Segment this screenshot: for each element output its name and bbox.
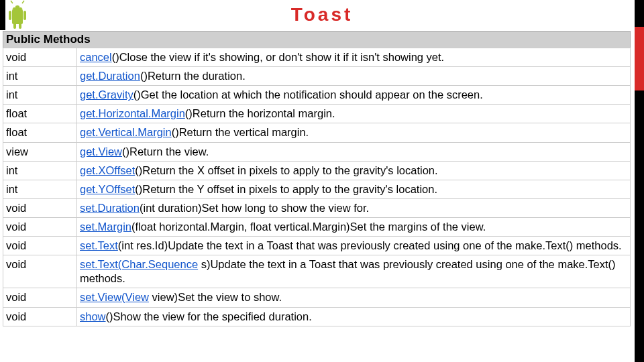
table-row: intget.Gravity()Get the location at whic… (3, 86, 631, 105)
return-type: void (3, 217, 77, 236)
method-description: Update the text in a Toast that was prev… (168, 239, 622, 251)
table-row: voidset.Margin(float horizontal.Margin, … (3, 217, 631, 236)
method-description: Return the view. (129, 145, 209, 158)
return-type: void (3, 48, 77, 67)
method-description: Return the vertical margin. (179, 126, 309, 138)
method-signature: () (172, 126, 179, 138)
return-type: int (3, 161, 77, 180)
param-type-link[interactable]: (Char.Sequence (118, 258, 198, 270)
method-description: Set how long to show the view for. (202, 202, 369, 214)
svg-rect-0 (0, 0, 5, 30)
page-title: Toast (0, 0, 644, 32)
right-accent (635, 27, 644, 90)
method-link[interactable]: get.View (80, 145, 122, 158)
method-link[interactable]: get.Vertical.Margin (80, 126, 172, 138)
param-rest: s) (198, 258, 210, 270)
return-type: void (3, 288, 77, 307)
return-type: void (3, 255, 77, 288)
method-cell: set.Text(Char.Sequence s)Update the text… (77, 255, 631, 288)
method-description: Return the Y offset in pixels to apply t… (142, 183, 437, 195)
param-type-link[interactable]: (View (121, 291, 149, 303)
return-type: int (3, 86, 77, 105)
method-description: Return the duration. (148, 70, 246, 82)
svg-point-7 (19, 6, 21, 7)
return-type: void (3, 237, 77, 255)
method-link[interactable]: set.View (80, 291, 121, 303)
method-cell: get.Duration()Return the duration. (77, 67, 631, 86)
table-row: viewget.View()Return the view. (3, 142, 631, 161)
method-description: Get the location at which the notificati… (141, 88, 483, 101)
method-link[interactable]: set.Duration (80, 202, 140, 214)
table-row: intget.YOffset()Return the Y offset in p… (3, 180, 631, 198)
method-cell: get.XOffset()Return the X offset in pixe… (77, 161, 631, 180)
svg-rect-1 (12, 9, 23, 24)
method-signature: () (140, 70, 148, 82)
section-header: Public Methods (3, 31, 631, 48)
method-cell: get.Vertical.Margin()Return the vertical… (77, 123, 631, 142)
method-cell: get.YOffset()Return the Y offset in pixe… (77, 180, 631, 198)
method-signature: (int res.Id) (118, 239, 168, 251)
table-row: voidset.View(View view)Set the view to s… (3, 288, 631, 307)
method-description: Return the X offset in pixels to apply t… (142, 164, 437, 176)
method-description: Set the margins of the view. (350, 221, 486, 233)
method-signature: () (106, 310, 113, 322)
table-row: voidset.Text(int res.Id)Update the text … (3, 237, 631, 255)
method-link[interactable]: get.YOffset (80, 183, 135, 195)
table-row: voidcancel()Close the view if it's showi… (3, 48, 631, 67)
android-icon (0, 0, 31, 30)
method-link[interactable]: get.Gravity (80, 88, 133, 101)
method-link[interactable]: get.XOffset (80, 164, 135, 176)
method-signature: () (135, 164, 142, 176)
return-type: int (3, 67, 77, 86)
method-cell: set.Duration(int duration)Set how long t… (77, 198, 631, 217)
method-signature: () (185, 107, 193, 119)
method-signature: () (133, 88, 141, 101)
method-link[interactable]: cancel (80, 51, 112, 63)
method-link[interactable]: show (80, 310, 106, 322)
svg-rect-5 (19, 23, 21, 29)
param-rest: view) (149, 291, 178, 303)
method-signature: () (122, 145, 129, 158)
svg-line-9 (22, 1, 24, 3)
method-signature: (int duration) (140, 202, 202, 214)
method-link[interactable]: set.Text (80, 239, 118, 251)
return-type: float (3, 123, 77, 142)
method-cell: set.View(View view)Set the view to show. (77, 288, 631, 307)
method-description: Show the view for the specified duration… (113, 310, 312, 322)
svg-rect-4 (13, 23, 16, 29)
table-row: voidset.Duration(int duration)Set how lo… (3, 198, 631, 217)
table-row: floatget.Horizontal.Margin()Return the h… (3, 105, 631, 123)
return-type: view (3, 142, 77, 161)
method-cell: set.Margin(float horizontal.Margin, floa… (77, 217, 631, 236)
method-signature: (float horizontal.Margin, float vertical… (131, 221, 350, 233)
return-type: void (3, 198, 77, 217)
svg-line-8 (11, 1, 13, 3)
return-type: float (3, 105, 77, 123)
table-row: intget.Duration()Return the duration. (3, 67, 631, 86)
method-signature: () (112, 51, 119, 63)
method-link[interactable]: set.Text (80, 258, 118, 270)
method-link[interactable]: get.Duration (80, 70, 140, 82)
method-cell: show()Show the view for the specified du… (77, 307, 631, 326)
method-link[interactable]: set.Margin (80, 221, 131, 233)
svg-rect-3 (23, 11, 26, 20)
method-link[interactable]: get.Horizontal.Margin (80, 107, 185, 119)
return-type: int (3, 180, 77, 198)
method-cell: set.Text(int res.Id)Update the text in a… (77, 237, 631, 255)
svg-point-6 (14, 6, 15, 7)
method-cell: get.View()Return the view. (77, 142, 631, 161)
method-signature: () (135, 183, 142, 195)
method-cell: cancel()Close the view if it's showing, … (77, 48, 631, 67)
method-description: Set the view to show. (178, 291, 282, 303)
method-cell: get.Gravity()Get the location at which t… (77, 86, 631, 105)
method-cell: get.Horizontal.Margin()Return the horizo… (77, 105, 631, 123)
methods-table: Public Methods voidcancel()Close the vie… (3, 31, 631, 326)
method-description: Close the view if it's showing, or don't… (119, 51, 445, 63)
svg-rect-2 (9, 11, 11, 20)
table-row: voidset.Text(Char.Sequence s)Update the … (3, 255, 631, 288)
return-type: void (3, 307, 77, 326)
table-row: floatget.Vertical.Margin()Return the ver… (3, 123, 631, 142)
table-row: intget.XOffset()Return the X offset in p… (3, 161, 631, 180)
method-description: Return the horizontal margin. (193, 107, 335, 119)
table-row: voidshow()Show the view for the specifie… (3, 307, 631, 326)
